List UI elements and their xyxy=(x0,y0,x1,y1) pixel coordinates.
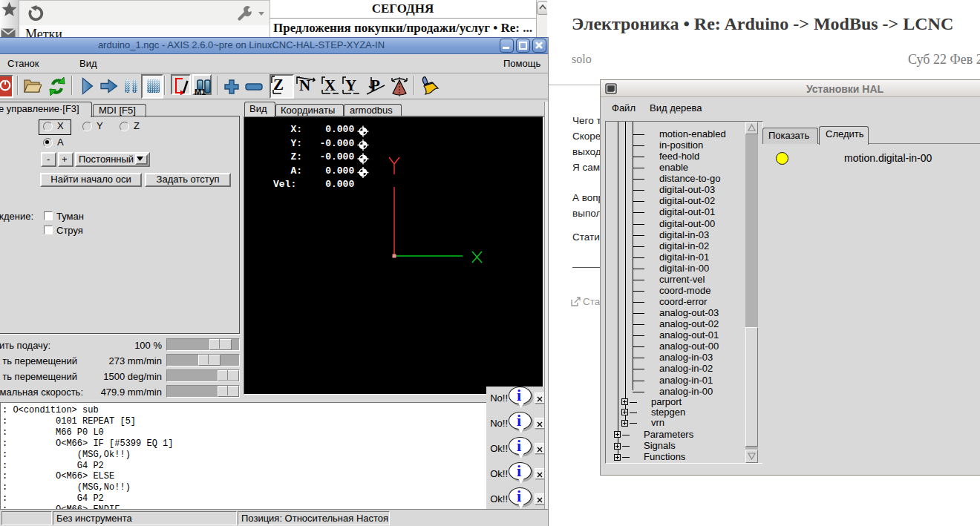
svg-text:M1: M1 xyxy=(195,88,206,96)
